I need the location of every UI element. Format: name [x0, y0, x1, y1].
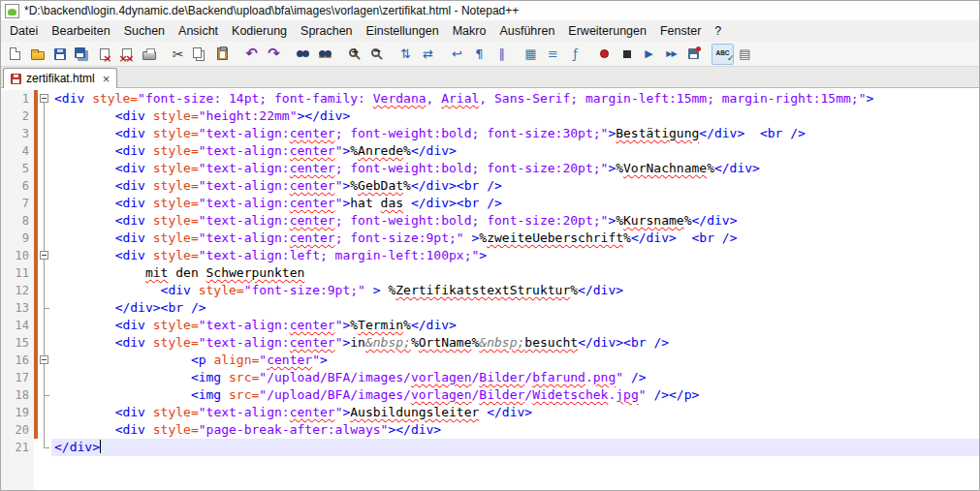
- print-button[interactable]: [138, 44, 160, 65]
- toolbar: ✂↶↷⇅⇄↩¶∥▦≡ƒ▶▶▶ABC▤: [1, 42, 979, 67]
- close-button[interactable]: [93, 44, 115, 65]
- word-wrap-button[interactable]: ↩: [446, 44, 468, 65]
- line-number: 5: [1, 160, 34, 177]
- code-line[interactable]: <div style="page-break-after:always"></d…: [51, 421, 979, 439]
- code-line[interactable]: </div>: [51, 439, 979, 456]
- copy-button[interactable]: [189, 44, 211, 65]
- paste-button[interactable]: [211, 44, 234, 65]
- fold-collapse-icon[interactable]: [40, 251, 48, 260]
- editor-line-1: 1<div style="font-size: 14pt; font-famil…: [1, 90, 979, 107]
- fold-margin[interactable]: [38, 247, 51, 264]
- menu-item-makro[interactable]: Makro: [446, 20, 493, 42]
- indent-guide-button[interactable]: ∥: [490, 44, 513, 65]
- code-line[interactable]: <div style="text-align:center">hat das <…: [51, 195, 979, 212]
- code-line[interactable]: <div style="text-align:center">in&nbsp;%…: [51, 334, 979, 352]
- code-line[interactable]: <div style="text-align:center; font-weig…: [51, 212, 979, 230]
- show-all-characters-button[interactable]: ¶: [468, 44, 490, 65]
- code-line[interactable]: </div><br />: [51, 299, 979, 317]
- code-line[interactable]: <div style="font-size:9pt;" > %Zertifika…: [51, 282, 979, 299]
- new-file-button[interactable]: [4, 44, 26, 65]
- fold-margin: [38, 107, 51, 125]
- menu-item-sprachen[interactable]: Sprachen: [294, 20, 360, 42]
- document-list-button[interactable]: ≡: [542, 44, 564, 65]
- tab-bar: zertifikat.html ×: [1, 67, 979, 88]
- menu-item-kodierung[interactable]: Kodierung: [225, 20, 294, 42]
- editor-line-7: 7 <div style="text-align:center">hat das…: [1, 195, 979, 212]
- sync-scroll-horizontal-button[interactable]: ⇄: [417, 44, 439, 65]
- code-line[interactable]: <div style="text-align:center; font-weig…: [51, 160, 979, 177]
- spell-check-settings-button[interactable]: ▤: [734, 44, 756, 65]
- open-file-button[interactable]: [26, 44, 48, 65]
- editor-line-9: 9 <div style="text-align:center; font-si…: [1, 230, 979, 247]
- code-line[interactable]: <div style="text-align:left; margin-left…: [51, 247, 979, 264]
- menu-item-erweiterungen[interactable]: Erweiterungen: [561, 20, 653, 42]
- paste-icon: [217, 47, 228, 60]
- close-icon: [100, 48, 110, 60]
- code-line[interactable]: mit den Schwerpunkten: [51, 264, 979, 282]
- menu-item-ansicht[interactable]: Ansicht: [172, 20, 225, 42]
- menu-item-datei[interactable]: Datei: [3, 20, 45, 42]
- code-line[interactable]: <img src="/upload/BFA/images/vorlagen/Bi…: [51, 386, 979, 404]
- code-line[interactable]: <div style="text-align:center">%Anrede%<…: [51, 142, 979, 160]
- function-list-button[interactable]: ƒ: [564, 44, 586, 65]
- fold-margin: [38, 177, 51, 195]
- menu-item-ausfuhren[interactable]: Ausführen: [492, 20, 561, 42]
- replace-button[interactable]: [314, 44, 336, 65]
- code-line[interactable]: <div style="font-size: 14pt; font-family…: [51, 90, 979, 107]
- fold-collapse-icon[interactable]: [40, 94, 48, 103]
- macro-record-button[interactable]: [593, 44, 616, 65]
- code-line[interactable]: <img src="/upload/BFA/images/vorlagen/Bi…: [51, 369, 979, 386]
- menu-bar: DateiBearbeitenSuchenAnsichtKodierungSpr…: [1, 20, 979, 42]
- fold-collapse-icon[interactable]: [40, 355, 48, 364]
- code-line[interactable]: <div style="text-align:center">%GebDat%<…: [51, 177, 979, 195]
- toolbar-separator: [513, 42, 520, 66]
- spell-check-button[interactable]: ABC: [711, 44, 734, 65]
- macro-save-button[interactable]: [682, 44, 705, 65]
- fold-margin[interactable]: [38, 90, 51, 107]
- new-file-icon: [10, 47, 20, 60]
- code-line[interactable]: <div style="text-align:center; font-weig…: [51, 125, 979, 142]
- menu-item-fenster[interactable]: Fenster: [653, 20, 708, 42]
- unsaved-file-icon: [11, 74, 21, 84]
- document-list-icon: ≡: [548, 47, 558, 60]
- save-icon: [54, 48, 66, 60]
- tab-close-icon[interactable]: ×: [103, 73, 111, 85]
- editor-line-8: 8 <div style="text-align:center; font-we…: [1, 212, 979, 230]
- close-all-button[interactable]: [115, 44, 138, 65]
- fold-margin[interactable]: [38, 352, 51, 369]
- zoom-in-button[interactable]: [343, 44, 365, 65]
- code-editor[interactable]: 1<div style="font-size: 14pt; font-famil…: [1, 88, 979, 491]
- editor-line-13: 13 </div><br />: [1, 299, 979, 317]
- find-button[interactable]: [292, 44, 314, 65]
- tab-zertifikat-html[interactable]: zertifikat.html ×: [3, 68, 117, 88]
- menu-item-hilfe[interactable]: ?: [708, 20, 728, 42]
- save-all-icon: [75, 47, 85, 58]
- menu-item-suchen[interactable]: Suchen: [117, 20, 172, 42]
- menu-item-bearbeiten[interactable]: Bearbeiten: [45, 20, 116, 42]
- code-line[interactable]: <div style="height:22mm"></div>: [51, 107, 979, 125]
- undo-button[interactable]: ↶: [240, 44, 263, 65]
- macro-play-button[interactable]: ▶: [638, 44, 660, 65]
- code-line[interactable]: <p align="center">: [51, 352, 979, 369]
- code-line[interactable]: <div style="text-align:center">Ausbildun…: [51, 404, 979, 421]
- toolbar-separator: [439, 42, 446, 66]
- sync-scroll-vertical-button[interactable]: ⇅: [395, 44, 417, 65]
- code-line[interactable]: <div style="text-align:center; font-size…: [51, 230, 979, 247]
- save-all-button[interactable]: [71, 44, 93, 65]
- save-button[interactable]: [48, 44, 71, 65]
- document-map-button[interactable]: ▦: [520, 44, 542, 65]
- zoom-out-button[interactable]: [365, 44, 388, 65]
- macro-run-multiple-button[interactable]: ▶▶: [660, 44, 682, 65]
- code-line[interactable]: <div style="text-align:center">%Termin%<…: [51, 317, 979, 334]
- fold-margin: [38, 212, 51, 230]
- word-wrap-icon: ↩: [452, 47, 462, 60]
- fold-margin: [38, 125, 51, 142]
- macro-stop-button[interactable]: [616, 44, 638, 65]
- line-number: 8: [1, 212, 34, 230]
- menu-item-einstellungen[interactable]: Einstellungen: [360, 20, 446, 42]
- editor-line-20: 20 <div style="page-break-after:always">…: [1, 421, 979, 439]
- cut-button[interactable]: ✂: [167, 44, 189, 65]
- toolbar-separator: [285, 42, 292, 66]
- fold-margin: [38, 404, 51, 421]
- redo-button[interactable]: ↷: [263, 44, 285, 65]
